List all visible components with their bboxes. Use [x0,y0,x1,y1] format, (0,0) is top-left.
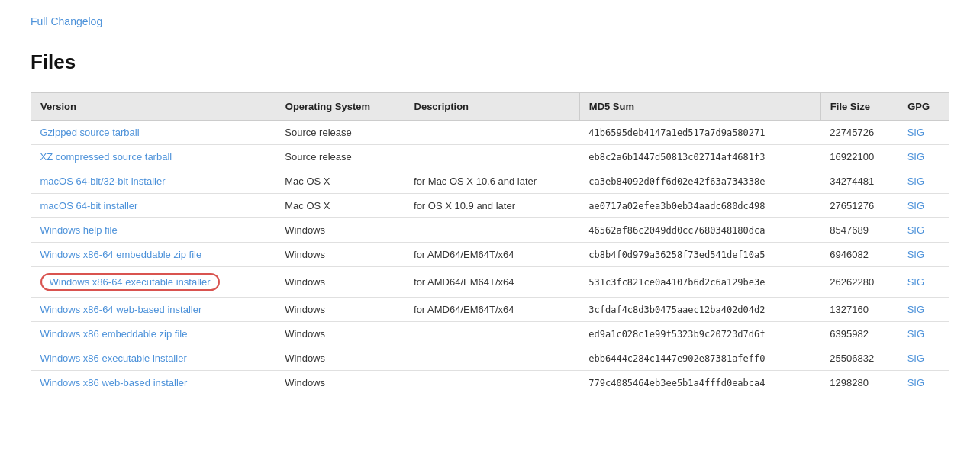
file-link[interactable]: Windows x86-64 web-based installer [40,304,202,315]
os-cell: Windows [276,218,405,243]
md5-cell: ed9a1c028c1e99f5323b9c20723d7d6f [579,322,820,346]
table-row: macOS 64-bit/32-bit installerMac OS Xfor… [31,169,949,194]
description-cell: for AMD64/EM64T/x64 [405,267,579,298]
sig-link[interactable]: SIG [907,176,924,187]
file-link[interactable]: Windows help file [40,224,118,236]
col-md5: MD5 Sum [579,93,820,121]
sig-link[interactable]: SIG [907,276,924,288]
md5-cell: ebb6444c284c1447e902e87381afeff0 [579,346,820,371]
sig-link[interactable]: SIG [907,224,924,236]
col-os: Operating System [276,93,405,121]
os-cell: Windows [276,243,405,267]
file-link[interactable]: Windows x86-64 embeddable zip file [40,249,202,260]
changelog-link[interactable]: Full Changelog [31,15,949,27]
table-row: Windows x86 web-based installerWindows77… [31,371,949,395]
file-link[interactable]: macOS 64-bit installer [40,200,138,211]
file-link[interactable]: Gzipped source tarball [40,127,140,138]
file-link[interactable]: Windows x86 embeddable zip file [40,328,188,340]
description-cell [405,145,579,169]
filesize-cell: 16922100 [820,145,898,169]
table-row: XZ compressed source tarballSource relea… [31,145,949,169]
table-row: Windows x86-64 executable installerWindo… [31,267,949,298]
os-cell: Windows [276,371,405,395]
table-row: Gzipped source tarballSource release41b6… [31,121,949,145]
file-link[interactable]: Windows x86-64 executable installer [40,273,220,291]
md5-cell: 3cfdaf4c8d3b0475aaec12ba402d04d2 [579,298,820,322]
description-cell: for Mac OS X 10.6 and later [405,169,579,194]
filesize-cell: 1298280 [820,371,898,395]
filesize-cell: 22745726 [820,121,898,145]
description-cell [405,218,579,243]
sig-link[interactable]: SIG [907,249,924,260]
os-cell: Windows [276,298,405,322]
sig-link[interactable]: SIG [907,127,924,138]
sig-link[interactable]: SIG [907,353,924,364]
description-cell [405,121,579,145]
md5-cell: ae0717a02efea3b0eb34aadc680dc498 [579,194,820,218]
sig-link[interactable]: SIG [907,328,924,340]
filesize-cell: 6395982 [820,322,898,346]
col-version: Version [31,93,276,121]
description-cell [405,346,579,371]
file-link[interactable]: Windows x86 web-based installer [40,377,188,388]
md5-cell: ca3eb84092d0ff6d02e42f63a734338e [579,169,820,194]
files-section-title: Files [31,50,949,74]
sig-link[interactable]: SIG [907,377,924,388]
description-cell [405,322,579,346]
os-cell: Windows [276,322,405,346]
filesize-cell: 34274481 [820,169,898,194]
filesize-cell: 26262280 [820,267,898,298]
filesize-cell: 25506832 [820,346,898,371]
filesize-cell: 1327160 [820,298,898,322]
os-cell: Windows [276,267,405,298]
description-cell: for AMD64/EM64T/x64 [405,298,579,322]
files-table: Version Operating System Description MD5… [31,92,949,395]
table-header-row: Version Operating System Description MD5… [31,93,949,121]
md5-cell: 41b6595deb4147a1ed517a7d9a580271 [579,121,820,145]
sig-link[interactable]: SIG [907,304,924,315]
table-row: Windows x86 executable installerWindowse… [31,346,949,371]
md5-cell: eb8c2a6b1447d50813c02714af4681f3 [579,145,820,169]
os-cell: Mac OS X [276,194,405,218]
table-row: Windows x86-64 embeddable zip fileWindow… [31,243,949,267]
os-cell: Windows [276,346,405,371]
description-cell [405,371,579,395]
os-cell: Mac OS X [276,169,405,194]
os-cell: Source release [276,145,405,169]
col-gpg: GPG [898,93,949,121]
col-description: Description [405,93,579,121]
description-cell: for AMD64/EM64T/x64 [405,243,579,267]
md5-cell: 46562af86c2049dd0cc7680348180dca [579,218,820,243]
description-cell: for OS X 10.9 and later [405,194,579,218]
file-link[interactable]: Windows x86 executable installer [40,353,187,364]
file-link[interactable]: XZ compressed source tarball [40,151,172,163]
sig-link[interactable]: SIG [907,200,924,211]
filesize-cell: 6946082 [820,243,898,267]
filesize-cell: 27651276 [820,194,898,218]
md5-cell: 531c3fc821ce0a4107b6d2c6a129be3e [579,267,820,298]
file-link[interactable]: macOS 64-bit/32-bit installer [40,176,166,187]
os-cell: Source release [276,121,405,145]
sig-link[interactable]: SIG [907,151,924,163]
table-row: macOS 64-bit installerMac OS Xfor OS X 1… [31,194,949,218]
table-row: Windows x86 embeddable zip fileWindowsed… [31,322,949,346]
md5-cell: cb8b4f0d979a36258f73ed541def10a5 [579,243,820,267]
col-filesize: File Size [820,93,898,121]
table-row: Windows x86-64 web-based installerWindow… [31,298,949,322]
md5-cell: 779c4085464eb3ee5b1a4fffd0eabca4 [579,371,820,395]
table-row: Windows help fileWindows46562af86c2049dd… [31,218,949,243]
filesize-cell: 8547689 [820,218,898,243]
